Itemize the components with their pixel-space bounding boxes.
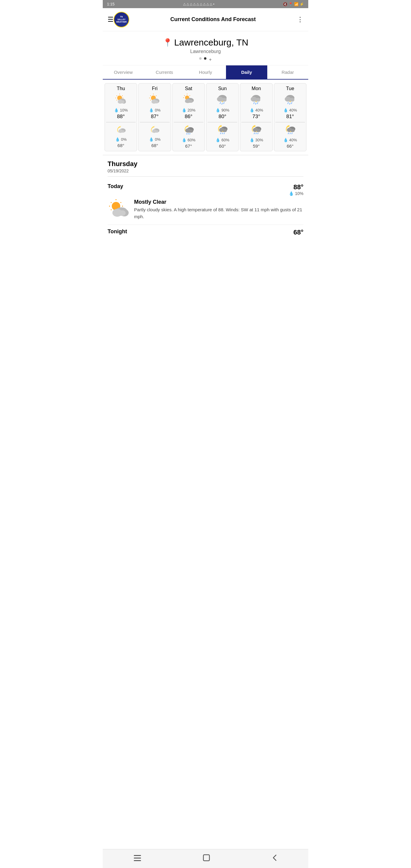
svg-line-76: [291, 102, 292, 104]
svg-rect-34: [185, 100, 193, 103]
location-pin-icon: 📍: [163, 38, 172, 47]
location-dots: +: [107, 57, 304, 62]
status-icons: 🔇 📍 📶 ⚡: [283, 2, 304, 6]
location-city: Lawrenceburg, TN: [174, 37, 248, 48]
day-col-sat[interactable]: Sat 💧 20%: [172, 83, 205, 151]
tab-radar[interactable]: Radar: [267, 65, 308, 79]
svg-rect-79: [287, 129, 295, 132]
night-icon-tue: [276, 124, 305, 136]
svg-line-61: [255, 103, 256, 104]
svg-line-69: [258, 133, 258, 134]
status-bar: 1:15 △ △ △ △ △ △ △ △ △ • 🔇 📍 📶 ⚡: [103, 0, 308, 8]
svg-line-47: [222, 103, 222, 104]
today-header: Today 88° 💧 10%: [107, 183, 304, 196]
svg-line-90: [121, 202, 121, 203]
night-precip-sat: 💧 60%: [174, 138, 203, 142]
high-temp-thu: 88°: [106, 114, 135, 120]
more-icon[interactable]: ⋮: [297, 16, 304, 24]
svg-line-75: [290, 103, 290, 104]
day-icon-thu: [106, 94, 135, 106]
day-icon-mon: [241, 94, 271, 106]
svg-line-41: [190, 133, 190, 134]
low-temp-sun: 60°: [208, 144, 237, 149]
night-precip-thu: 💧 0%: [106, 137, 135, 142]
menu-icon[interactable]: ☰: [107, 16, 114, 24]
svg-line-53: [220, 133, 221, 134]
svg-line-40: [188, 133, 189, 134]
low-temp-thu: 68°: [106, 143, 135, 148]
day-icon-sat: [174, 94, 203, 106]
today-precip: 💧 10%: [289, 191, 304, 196]
app-logo: TNVALLEYWEATHER: [114, 12, 129, 27]
svg-line-48: [224, 102, 224, 104]
low-temp-sat: 67°: [174, 144, 203, 149]
dot-1[interactable]: [199, 57, 201, 60]
day-precip-fri: 💧 0%: [140, 108, 169, 113]
day-col-mon[interactable]: Mon 💧 40% 73°: [240, 83, 273, 151]
svg-rect-11: [118, 100, 124, 103]
svg-rect-26: [152, 130, 158, 133]
daily-grid: Thu: [104, 83, 307, 152]
tabs-bar: Overview Currents Hourly Daily Radar: [103, 65, 308, 80]
svg-line-46: [220, 102, 221, 104]
today-desc-text: Partly cloudy skies. A high temperature …: [134, 207, 304, 220]
svg-rect-51: [220, 129, 227, 132]
dot-2[interactable]: [204, 57, 207, 60]
night-icon-thu: [106, 124, 135, 135]
day-col-sun[interactable]: Sun 💧 90% 80°: [206, 83, 239, 151]
svg-line-62: [257, 102, 258, 104]
day-col-fri[interactable]: Fri 💧 0%: [138, 83, 171, 151]
day-name-mon: Mon: [241, 86, 271, 91]
svg-rect-23: [152, 100, 158, 103]
tonight-temp: 68°: [293, 228, 304, 236]
today-desc-title: Mostly Clear: [134, 199, 304, 205]
day-col-tue[interactable]: Tue 💧 40% 81°: [274, 83, 307, 151]
today-icon: [107, 199, 129, 221]
day-col-thu[interactable]: Thu: [104, 83, 137, 151]
top-bar: ☰ TNVALLEYWEATHER Current Conditions And…: [103, 8, 308, 31]
high-temp-sat: 86°: [174, 114, 203, 120]
day-icon-sun: [208, 94, 237, 106]
today-temp-block: 88° 💧 10%: [289, 183, 304, 196]
tab-daily[interactable]: Daily: [226, 65, 267, 79]
daily-grid-container[interactable]: Thu: [103, 80, 308, 155]
low-temp-fri: 68°: [140, 143, 169, 148]
tab-currents[interactable]: Currents: [144, 65, 185, 79]
app-title: Current Conditions And Forecast: [132, 16, 294, 23]
svg-line-31: [190, 96, 190, 96]
day-name-tue: Tue: [276, 86, 305, 91]
svg-line-6: [122, 96, 123, 96]
high-temp-fri: 87°: [140, 114, 169, 120]
tonight-section: Tonight 68°: [103, 225, 308, 240]
tab-hourly[interactable]: Hourly: [185, 65, 226, 79]
svg-rect-95: [113, 210, 126, 216]
svg-line-39: [187, 133, 187, 134]
svg-line-82: [290, 133, 290, 134]
today-temp: 88°: [289, 183, 304, 191]
detail-date: 05/19/2022: [107, 168, 304, 173]
svg-rect-14: [119, 130, 124, 133]
today-label: Today: [107, 183, 123, 190]
night-precip-tue: 💧 40%: [276, 138, 305, 142]
day-precip-mon: 💧 40%: [241, 108, 271, 113]
logo-container: TNVALLEYWEATHER: [114, 12, 129, 27]
high-temp-mon: 73°: [241, 114, 271, 120]
today-desc: Mostly Clear Partly cloudy skies. A high…: [134, 199, 304, 220]
svg-line-5: [117, 96, 117, 96]
day-name-sun: Sun: [208, 86, 237, 91]
day-precip-tue: 💧 40%: [276, 108, 305, 113]
today-forecast: Today 88° 💧 10%: [107, 180, 304, 225]
status-time: 1:15: [107, 2, 115, 6]
svg-line-55: [224, 133, 224, 134]
tab-overview[interactable]: Overview: [103, 65, 144, 79]
today-body: Mostly Clear Partly cloudy skies. A high…: [107, 199, 304, 221]
detail-section: Thursday 05/19/2022 Today 88° 💧 10%: [103, 155, 308, 225]
svg-line-91: [111, 210, 112, 210]
detail-day-title: Thursday: [107, 160, 304, 168]
svg-line-83: [292, 133, 292, 134]
add-location-button[interactable]: +: [209, 57, 212, 62]
night-icon-sat: [174, 124, 203, 136]
night-precip-fri: 💧 0%: [140, 137, 169, 142]
svg-line-30: [184, 96, 185, 96]
day-precip-sat: 💧 20%: [174, 108, 203, 113]
